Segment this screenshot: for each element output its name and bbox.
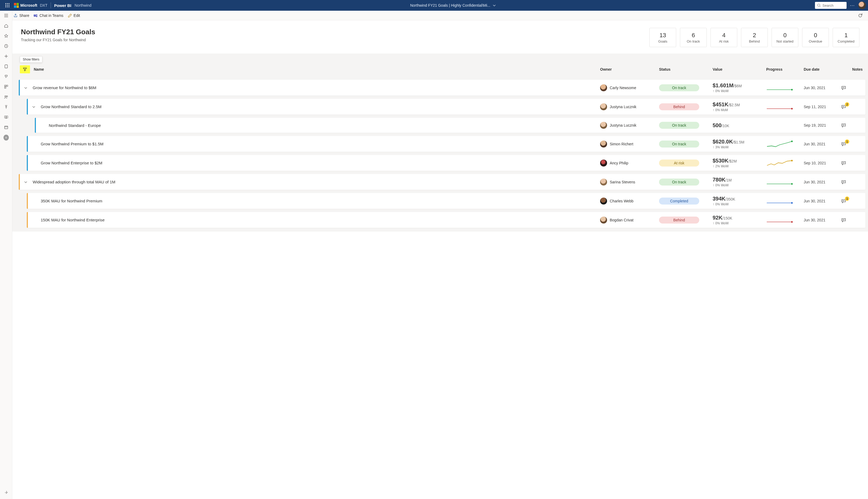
kpi-card[interactable]: 2Behind bbox=[741, 28, 768, 47]
progress-sparkline bbox=[766, 102, 804, 111]
brand-label: Microsoft bbox=[20, 3, 37, 8]
due-date: Sep 10, 2021 bbox=[804, 161, 841, 165]
col-status[interactable]: Status bbox=[659, 67, 713, 72]
due-date: Jun 30, 2021 bbox=[804, 199, 841, 203]
value-main: 394K/350K bbox=[713, 196, 766, 202]
goal-row[interactable]: Grow Northwind Premium to $1.5M Simon Ri… bbox=[27, 136, 865, 152]
due-date: Jun 30, 2021 bbox=[804, 180, 841, 184]
goal-row[interactable]: Grow Northwind Enterprise to $2M Ancy Ph… bbox=[27, 155, 865, 171]
share-button[interactable]: Share bbox=[13, 13, 29, 18]
learn-icon[interactable] bbox=[3, 114, 9, 120]
goal-row[interactable]: Grow revenue for Northwind to $6M Carly … bbox=[19, 80, 865, 96]
kpi-number: 6 bbox=[692, 32, 695, 39]
svg-point-20 bbox=[36, 14, 37, 15]
deployment-icon[interactable] bbox=[3, 105, 9, 110]
goal-name: Northwind Standard - Europe bbox=[49, 123, 600, 128]
owner-name: Charles Webb bbox=[610, 199, 633, 203]
owner-cell[interactable]: Justyna Lucznik bbox=[600, 122, 659, 129]
goal-row[interactable]: 150K MAU for Northwind Enterprise Bogdan… bbox=[27, 212, 865, 228]
notes-button[interactable] bbox=[841, 180, 863, 184]
chat-in-teams-button[interactable]: T Chat in Teams bbox=[34, 13, 63, 18]
hamburger-icon[interactable] bbox=[3, 13, 9, 18]
owner-cell[interactable]: Justyna Lucznik bbox=[600, 104, 659, 110]
col-progress[interactable]: Progress bbox=[766, 67, 804, 72]
owner-cell[interactable]: Bogdan Crivat bbox=[600, 217, 659, 223]
user-avatar[interactable] bbox=[858, 2, 866, 9]
kpi-card[interactable]: 0Not started bbox=[772, 28, 798, 47]
chevron-down-icon[interactable] bbox=[32, 105, 36, 109]
kpi-card[interactable]: 4At risk bbox=[711, 28, 737, 47]
progress-sparkline bbox=[766, 159, 804, 167]
owner-cell[interactable]: Simon Richert bbox=[600, 141, 659, 147]
owner-name: Carly Newsome bbox=[610, 86, 636, 90]
home-icon[interactable] bbox=[3, 23, 9, 28]
kpi-card[interactable]: 13Goals bbox=[650, 28, 676, 47]
goal-row[interactable]: 350K MAU for Northwind Premium Charles W… bbox=[27, 193, 865, 209]
workspace-avatar-icon[interactable]: ⚛ bbox=[3, 135, 9, 140]
kpi-card[interactable]: 6On track bbox=[680, 28, 707, 47]
goal-row[interactable]: Northwind Standard - Europe Justyna Lucz… bbox=[35, 118, 865, 133]
edit-button[interactable]: Edit bbox=[68, 13, 80, 18]
goal-row[interactable]: Widespread adoption through total MAU of… bbox=[19, 174, 865, 190]
workspaces-icon[interactable] bbox=[3, 125, 9, 130]
recent-icon[interactable] bbox=[3, 44, 9, 49]
goal-name: Grow Northwind Enterprise to $2M bbox=[41, 161, 600, 165]
search-input[interactable] bbox=[815, 2, 847, 9]
more-options-icon[interactable]: ⋯ bbox=[850, 2, 855, 8]
workspace-crumb[interactable]: Northwind bbox=[74, 3, 91, 8]
due-date: Sep 19, 2021 bbox=[804, 123, 841, 127]
owner-cell[interactable]: Charles Webb bbox=[600, 197, 659, 205]
center-title: Northwind FY21 Goals | Highly Confidenti… bbox=[410, 3, 490, 8]
edit-label: Edit bbox=[74, 13, 80, 18]
app-launcher-icon[interactable] bbox=[2, 0, 13, 11]
notes-button[interactable] bbox=[841, 123, 863, 128]
expand-toggle[interactable] bbox=[19, 86, 33, 90]
value-delta: ↑0% WoW bbox=[713, 183, 766, 187]
notes-button[interactable]: 1 bbox=[841, 199, 863, 204]
owner-cell[interactable]: Ancy Philip bbox=[600, 160, 659, 167]
product-label[interactable]: Power BI bbox=[54, 3, 71, 8]
notes-button[interactable] bbox=[841, 218, 863, 222]
col-due[interactable]: Due date bbox=[804, 67, 841, 72]
expand-toggle[interactable] bbox=[19, 180, 33, 184]
title-dropdown[interactable]: Northwind FY21 Goals | Highly Confidenti… bbox=[91, 3, 815, 8]
apps-icon[interactable] bbox=[3, 84, 9, 89]
expand-toggle[interactable] bbox=[27, 105, 41, 109]
filter-tooltip: Show filters bbox=[20, 56, 42, 63]
goals-icon[interactable] bbox=[3, 74, 9, 79]
shared-icon[interactable] bbox=[3, 94, 9, 100]
status-pill: On track bbox=[659, 141, 699, 147]
svg-rect-8 bbox=[5, 3, 6, 4]
goal-row[interactable]: Grow Northwind Standard to 2.5M Justyna … bbox=[27, 99, 865, 114]
owner-cell[interactable]: Carly Newsome bbox=[600, 84, 659, 91]
favorites-icon[interactable] bbox=[3, 33, 9, 38]
notes-button[interactable] bbox=[841, 161, 863, 166]
col-name[interactable]: Name bbox=[34, 67, 600, 72]
kpi-label: Overdue bbox=[809, 39, 822, 44]
notes-button[interactable] bbox=[841, 85, 863, 90]
svg-rect-11 bbox=[5, 5, 6, 5]
owner-cell[interactable]: Sarina Stevens bbox=[600, 179, 659, 185]
value-delta: ↑0% MoM bbox=[713, 108, 766, 112]
filter-button[interactable] bbox=[20, 65, 30, 73]
refresh-button[interactable] bbox=[858, 13, 863, 18]
notes-button[interactable]: 1 bbox=[841, 142, 863, 146]
col-owner[interactable]: Owner bbox=[600, 67, 659, 72]
svg-point-5 bbox=[4, 96, 6, 97]
chevron-down-icon[interactable] bbox=[24, 180, 27, 184]
value-cell: 394K/350K ↑0% WoW bbox=[713, 196, 766, 206]
owner-name: Justyna Lucznik bbox=[610, 123, 637, 127]
svg-point-26 bbox=[791, 160, 793, 161]
kpi-card[interactable]: 0Overdue bbox=[802, 28, 829, 47]
chevron-down-icon[interactable] bbox=[24, 86, 27, 90]
kpi-card[interactable]: 1Completed bbox=[833, 28, 859, 47]
col-notes[interactable]: Notes bbox=[841, 67, 863, 72]
datasets-icon[interactable] bbox=[3, 64, 9, 69]
notes-button[interactable]: 2 bbox=[841, 105, 863, 109]
col-value[interactable]: Value bbox=[713, 67, 766, 72]
create-icon[interactable] bbox=[3, 53, 9, 59]
goal-name: 350K MAU for Northwind Premium bbox=[41, 199, 600, 203]
microsoft-logo: Microsoft DXT bbox=[14, 3, 47, 8]
search-field[interactable] bbox=[822, 3, 844, 8]
svg-rect-3 bbox=[7, 85, 8, 86]
